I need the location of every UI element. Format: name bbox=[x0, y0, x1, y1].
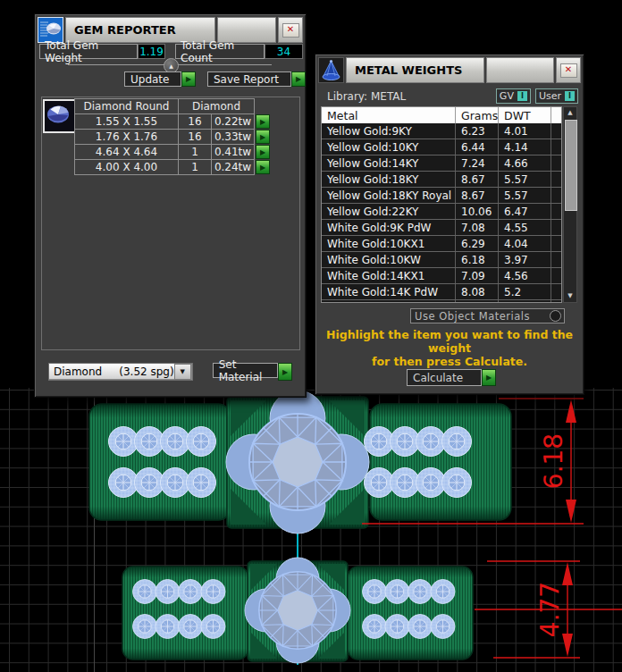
update-button[interactable]: Update bbox=[124, 71, 181, 87]
ring-model-bottom[interactable] bbox=[122, 558, 473, 663]
gem-size-cell: 1.55 X 1.55 bbox=[74, 113, 179, 130]
table-row[interactable]: Yellow Gold:22KY 10.06 6.47 bbox=[322, 204, 561, 220]
gem-count-cell: 16 bbox=[178, 129, 212, 145]
titlebar-fill[interactable] bbox=[486, 57, 554, 83]
dwt-cell: 4.55 bbox=[499, 220, 551, 235]
select-gems-icon[interactable]: ▶ bbox=[256, 145, 270, 159]
metal-cell: White Gold:14KX1 bbox=[322, 268, 456, 283]
scrollbar-thumb[interactable] bbox=[565, 120, 577, 211]
table-row[interactable]: 1.76 X 1.76 16 0.33tw ▶ bbox=[75, 130, 270, 145]
save-report-run-icon[interactable]: ▶ bbox=[291, 71, 306, 87]
table-row[interactable]: White Gold:10KW 6.18 3.97 bbox=[322, 252, 561, 268]
metal-cell: Yellow Gold:14KY bbox=[322, 155, 456, 171]
use-object-materials-select[interactable]: Use Object Materials bbox=[410, 308, 565, 323]
update-run-icon[interactable]: ▶ bbox=[181, 71, 196, 87]
dwt-cell: 5.57 bbox=[499, 172, 551, 187]
metal-weights-titlebar[interactable]: METAL WEIGHTS ✕ bbox=[318, 57, 581, 83]
table-row[interactable]: Yellow Gold:14KY 7.24 4.66 bbox=[322, 155, 561, 172]
metal-cell: White Gold:10KW bbox=[322, 252, 456, 267]
metal-cell: White Gold:14KW bbox=[322, 300, 456, 303]
user-toggle-button[interactable]: User I bbox=[535, 88, 578, 104]
grams-cell: 10.06 bbox=[456, 204, 499, 219]
select-gems-icon[interactable]: ▶ bbox=[256, 130, 270, 144]
total-gem-count-label: Total Gem Count bbox=[175, 44, 265, 59]
table-row[interactable]: Yellow Gold:10KY 6.44 4.14 bbox=[322, 139, 561, 155]
table-row[interactable]: White Gold:9K PdW 7.08 4.55 bbox=[322, 220, 561, 236]
dwt-cell: 4.66 bbox=[499, 155, 551, 171]
gem-preview bbox=[43, 99, 77, 133]
instruction-text: Highlight the item you want to find the … bbox=[315, 328, 584, 368]
table-row[interactable]: Yellow Gold:18KY Royal 8.67 5.57 bbox=[322, 188, 561, 204]
column-header-dwt: DWT bbox=[499, 107, 551, 123]
dimension-label-bottom: 4.77 bbox=[535, 582, 565, 637]
metal-cell: Yellow Gold:22KY bbox=[322, 204, 456, 219]
set-material-run-icon[interactable]: ▶ bbox=[278, 363, 292, 381]
chevron-down-icon[interactable]: ▼ bbox=[174, 364, 191, 380]
metal-weights-icon bbox=[318, 57, 344, 83]
dwt-cell: 5.2 bbox=[499, 284, 551, 299]
table-row[interactable]: White Gold:10KX1 6.29 4.04 bbox=[322, 236, 561, 252]
metal-cell: White Gold:9K PdW bbox=[322, 220, 456, 235]
metal-cell: Yellow Gold:9KY bbox=[322, 123, 456, 139]
column-header-grams: Grams bbox=[456, 107, 499, 123]
metal-cell: Yellow Gold:18KY Royal bbox=[322, 188, 456, 203]
close-icon[interactable]: ✕ bbox=[560, 63, 577, 78]
gem-count-cell: 16 bbox=[178, 113, 212, 130]
grams-cell: 8.67 bbox=[456, 172, 499, 187]
use-object-materials-label: Use Object Materials bbox=[411, 310, 550, 323]
table-row[interactable]: 4.64 X 4.64 1 0.41tw ▶ bbox=[75, 145, 270, 160]
table-row[interactable]: White Gold:14KX1 7.09 4.56 bbox=[322, 268, 561, 284]
gem-reporter-panel: GEM REPORTER ✕ Total Gem Weight 1.19 Tot… bbox=[34, 13, 307, 398]
library-label: Library: METAL bbox=[327, 90, 492, 103]
table-row[interactable]: Yellow Gold:9KY 6.23 4.01 bbox=[322, 123, 561, 139]
material-select[interactable]: Diamond (3.52 spg) ▼ bbox=[48, 363, 193, 381]
radio-icon[interactable] bbox=[550, 310, 561, 322]
table-row[interactable]: White Gold:14KW 7.03 4.57 bbox=[322, 300, 561, 303]
table-row[interactable]: 4.00 X 4.00 1 0.24tw ▶ bbox=[75, 160, 270, 175]
grams-cell: 8.67 bbox=[456, 188, 499, 203]
table-row[interactable]: Yellow Gold:18KY 8.67 5.57 bbox=[322, 172, 561, 188]
table-row[interactable]: 1.55 X 1.55 16 0.22tw ▶ bbox=[75, 114, 270, 130]
dwt-cell: 3.97 bbox=[499, 252, 551, 267]
column-header-metal: Metal bbox=[322, 107, 456, 123]
save-report-button[interactable]: Save Report bbox=[207, 71, 291, 87]
total-gem-count-value: 34 bbox=[265, 44, 303, 59]
metal-cell: White Gold:10KX1 bbox=[322, 236, 456, 251]
scroll-up-icon[interactable]: ▲ bbox=[564, 107, 576, 119]
dwt-cell: 4.01 bbox=[499, 123, 551, 139]
select-gems-icon[interactable]: ▶ bbox=[256, 160, 270, 174]
gem-size-cell: 4.64 X 4.64 bbox=[74, 144, 179, 160]
gv-label: GV bbox=[500, 90, 514, 102]
metal-cell: White Gold:14K PdW bbox=[322, 284, 456, 299]
calculate-run-icon[interactable]: ▶ bbox=[482, 369, 496, 386]
scrollbar[interactable]: ▲ ▼ bbox=[563, 106, 577, 303]
dwt-cell: 6.47 bbox=[499, 204, 551, 219]
column-header-size: Diamond Round bbox=[74, 98, 179, 114]
metal-table-header: Metal Grams DWT bbox=[322, 107, 561, 123]
dwt-cell: 4.57 bbox=[499, 300, 551, 303]
gem-table: Diamond Round Diamond 1.55 X 1.55 16 0.2… bbox=[75, 99, 270, 175]
close-icon[interactable]: ✕ bbox=[282, 23, 299, 38]
metal-weights-panel: METAL WEIGHTS ✕ Library: METAL GV I User… bbox=[315, 54, 584, 395]
toggle-indicator-icon: I bbox=[517, 91, 527, 101]
metal-cell: Yellow Gold:18KY bbox=[322, 172, 456, 187]
grams-cell: 7.09 bbox=[456, 268, 499, 283]
grams-cell: 6.23 bbox=[456, 123, 499, 139]
select-gems-icon[interactable]: ▶ bbox=[256, 114, 270, 129]
gem-weight-cell: 0.41tw bbox=[211, 144, 255, 160]
chevron-up-icon: ▲ bbox=[169, 63, 173, 69]
ring-model-top[interactable] bbox=[89, 391, 511, 533]
grams-cell: 8.08 bbox=[456, 284, 499, 299]
total-gem-weight-label: Total Gem Weight bbox=[39, 44, 138, 59]
set-material-button[interactable]: Set Material bbox=[213, 363, 278, 378]
user-label: User bbox=[539, 90, 561, 102]
gem-report-area: Diamond Round Diamond 1.55 X 1.55 16 0.2… bbox=[41, 97, 300, 350]
table-row[interactable]: White Gold:14K PdW 8.08 5.2 bbox=[322, 284, 561, 300]
gem-size-cell: 1.76 X 1.76 bbox=[74, 129, 179, 145]
scroll-down-icon[interactable]: ▼ bbox=[564, 290, 576, 302]
metal-table: Metal Grams DWT Yellow Gold:9KY 6.23 4.0… bbox=[321, 106, 562, 303]
gem-table-header: Diamond Round Diamond bbox=[75, 99, 270, 114]
gv-toggle-button[interactable]: GV I bbox=[496, 88, 531, 104]
calculate-button[interactable]: Calculate bbox=[407, 369, 482, 386]
panel-title: METAL WEIGHTS bbox=[346, 57, 484, 83]
